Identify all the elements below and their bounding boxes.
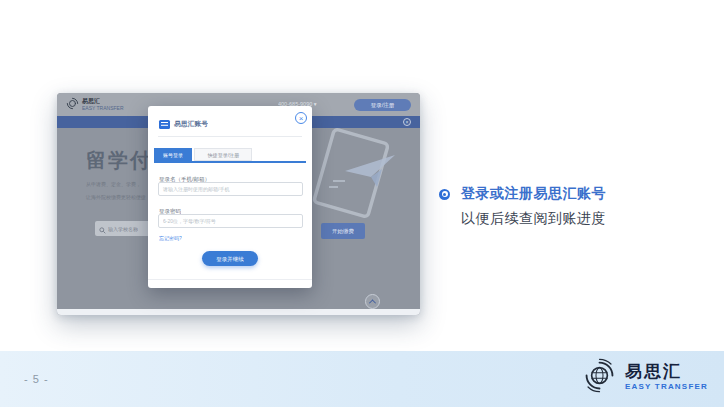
login-name-input[interactable]: 请输入注册时使用的邮箱/手机 xyxy=(158,182,303,196)
login-name-placeholder: 请输入注册时使用的邮箱/手机 xyxy=(163,186,229,193)
bullet-target-icon xyxy=(439,189,450,200)
presentation-slide: - 5 - 易思汇 EASY TRANSFER xyxy=(0,0,724,407)
tab-account-login[interactable]: 账号登录 xyxy=(154,148,192,161)
tabs-underline xyxy=(154,161,306,163)
modal-header: 易思汇账号 xyxy=(159,117,224,131)
site-logo-text: 易思汇 xyxy=(82,98,132,104)
search-icon xyxy=(99,220,106,238)
login-modal: × 易思汇账号 账号登录 快捷登录/注册 登录名（手机/邮箱） 请输入注册时使用… xyxy=(148,106,312,288)
header-login-register-button[interactable]: 登录/注册 xyxy=(354,99,411,111)
brand-logo: 易思汇 EASY TRANSFER xyxy=(581,357,708,398)
site-logo-tagline: EASY TRANSFER xyxy=(82,106,124,111)
modal-close-icon[interactable]: × xyxy=(295,112,307,124)
password-placeholder: 6-20位，字母/数字/符号 xyxy=(163,218,216,225)
forgot-password-link[interactable]: 忘记密码? xyxy=(159,235,182,242)
globe-swirl-icon xyxy=(581,357,618,398)
back-to-top-button[interactable] xyxy=(365,294,380,309)
password-input[interactable]: 6-20位，字母/数字/符号 xyxy=(158,214,303,228)
modal-divider xyxy=(158,136,302,137)
dropdown-arrow-icon: ▾ xyxy=(314,101,317,107)
site-footer-strip xyxy=(57,309,420,315)
navbar-close-icon[interactable]: × xyxy=(403,118,411,126)
brand-name-cn: 易思汇 xyxy=(625,363,708,381)
embedded-screenshot: 易思汇 EASY TRANSFER 400-685-9090 ▾ 登录/注册 ×… xyxy=(57,93,420,315)
tab-quick-login-register[interactable]: 快捷登录/注册 xyxy=(194,148,252,161)
annotation-title: 登录或注册易思汇账号 xyxy=(461,185,606,203)
annotation-block: 登录或注册易思汇账号 以便后续查阅到账进度 xyxy=(439,185,606,228)
login-tabs: 账号登录 快捷登录/注册 xyxy=(154,148,252,161)
modal-title: 易思汇账号 xyxy=(174,119,208,129)
annotation-subtitle: 以便后续查阅到账进度 xyxy=(461,210,606,228)
login-submit-button[interactable]: 登录并继续 xyxy=(202,251,258,266)
page-number: - 5 - xyxy=(24,373,49,385)
swirl-logo-icon xyxy=(66,96,79,114)
modal-footer-divider xyxy=(148,279,312,280)
modal-logo-icon xyxy=(159,120,170,129)
chevron-up-icon xyxy=(369,299,376,306)
brand-name-en: EASY TRANSFER xyxy=(625,383,708,391)
search-placeholder: 输入学校名称 xyxy=(108,225,138,232)
